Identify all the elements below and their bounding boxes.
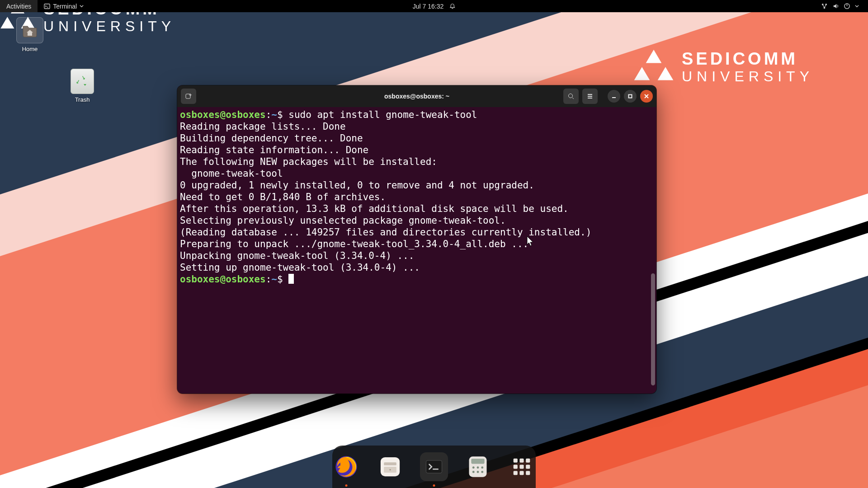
chevron-down-icon [855,4,859,8]
svg-line-16 [572,98,574,99]
svg-point-34 [481,466,483,469]
firefox-icon [334,455,359,479]
desktop-icon-label: Home [22,46,38,52]
activities-button[interactable]: Activities [0,0,38,12]
folder-home-icon [22,23,38,38]
power-icon [844,3,850,9]
svg-rect-31 [471,459,484,464]
svg-rect-42 [519,465,524,469]
svg-point-33 [476,466,479,469]
dock-item-terminal[interactable] [420,452,448,481]
new-tab-icon [185,93,192,100]
svg-point-32 [472,466,475,469]
calculator-icon [466,455,490,479]
app-menu-button[interactable]: Terminal [38,0,90,12]
apps-grid-icon [512,457,532,477]
svg-rect-39 [519,459,524,463]
minimize-button[interactable] [608,90,620,103]
terminal-window: osboxes@osboxes: ~ osboxes@osboxes:~$ su… [177,85,656,394]
desktop-icon-label: Trash [75,96,90,103]
dock-item-show-apps[interactable] [507,452,536,481]
svg-point-15 [569,94,573,98]
svg-rect-6 [44,4,50,9]
top-panel: Activities Terminal Jul 7 16:32 [0,0,868,12]
clock-button[interactable]: Jul 7 16:32 [406,0,462,12]
search-button[interactable] [563,89,579,104]
svg-marker-1 [634,67,650,80]
terminal-viewport[interactable]: osboxes@osboxes:~$ sudo apt install gnom… [177,107,656,287]
window-title: osboxes@osboxes: ~ [384,93,449,100]
maximize-button[interactable] [624,90,637,103]
svg-marker-2 [658,67,674,80]
recycle-icon [76,75,89,88]
terminal-icon [425,457,443,476]
new-tab-button[interactable] [181,89,196,104]
svg-rect-40 [526,459,530,463]
svg-marker-0 [646,50,662,63]
svg-rect-41 [513,465,517,469]
window-titlebar[interactable]: osboxes@osboxes: ~ [177,85,656,107]
dock-item-files[interactable] [376,452,405,481]
minimize-icon [611,94,617,99]
svg-rect-43 [526,465,530,469]
svg-rect-38 [513,459,517,463]
chevron-down-icon [80,4,84,8]
svg-rect-46 [526,471,530,475]
hamburger-menu-button[interactable] [582,89,598,104]
volume-icon [832,3,839,9]
svg-point-37 [481,471,483,473]
svg-rect-21 [629,95,632,98]
terminal-app-icon [44,3,50,9]
svg-rect-44 [513,471,517,475]
brand-line2: UNIVERSITY [682,69,814,84]
system-status-area[interactable] [817,3,863,9]
desktop-icon-home[interactable]: Home [11,17,49,52]
svg-point-36 [476,471,479,473]
hamburger-icon [586,93,594,100]
terminal-scrollbar-thumb[interactable] [651,273,655,385]
brand-line1: SEDICOMM [682,50,814,68]
dock-item-firefox[interactable] [332,452,361,481]
svg-point-28 [390,469,391,470]
desktop-icon-trash[interactable]: Trash [63,69,101,103]
svg-rect-26 [384,462,396,465]
close-button[interactable] [640,90,653,103]
svg-point-35 [472,471,475,473]
notifications-icon [449,3,455,9]
wallpaper-brand-top: SEDICOMM UNIVERSITY [634,50,814,85]
close-icon [644,94,649,99]
svg-rect-29 [426,460,442,473]
svg-rect-45 [519,471,524,475]
maximize-icon [627,94,633,99]
dock-item-calculator[interactable] [463,452,492,481]
search-icon [567,93,575,100]
dock [332,446,536,488]
network-icon [821,3,828,9]
files-icon [378,455,402,479]
